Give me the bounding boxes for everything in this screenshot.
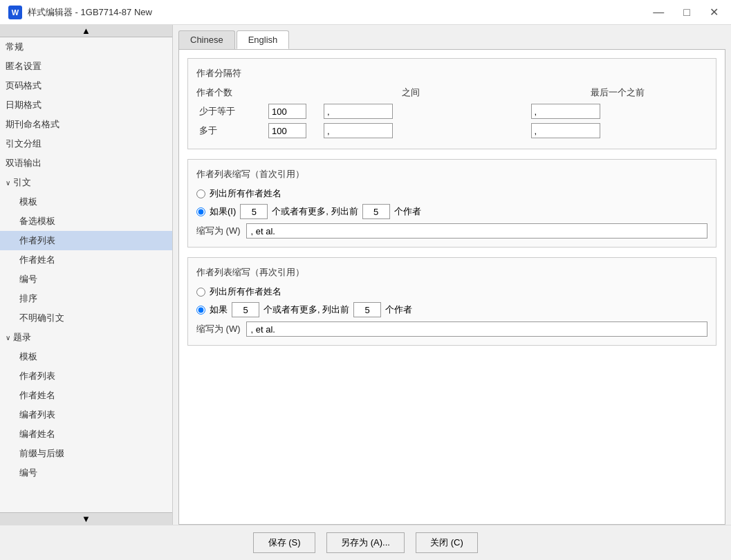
tabs-container: Chinese English (173, 25, 731, 49)
first-radio-row-2: 如果(I) 个或者有更多, 列出前 个作者 (196, 204, 707, 219)
close-dialog-button[interactable]: 关闭 (C) (416, 532, 478, 553)
tab-chinese[interactable]: Chinese (178, 30, 235, 49)
save-button[interactable]: 保存 (S) (253, 532, 315, 553)
sep-count-gt-cell (266, 121, 321, 140)
sep-label-leq: 少于等于 (196, 102, 266, 121)
sub-radio-if[interactable] (196, 306, 205, 315)
first-mid-text: 个或者有更多, 列出前 (272, 205, 358, 218)
sidebar-item-ambiguous[interactable]: 不明确引文 (0, 308, 172, 328)
sidebar-item-titleentry[interactable]: ∨题录 (0, 328, 172, 347)
first-abbrev-label: 缩写为 (W) (196, 225, 241, 237)
sidebar-item-authorlist[interactable]: 作者列表 (0, 231, 172, 250)
sidebar-scroll-down[interactable]: ▼ (0, 512, 172, 525)
sub-radio-if-label: 如果 (210, 304, 228, 316)
first-radio-row-1: 列出所有作者姓名 (196, 187, 707, 200)
sub-radio-all[interactable] (196, 288, 205, 297)
subsequent-citation-section: 作者列表缩写（再次引用） 列出所有作者姓名 如果 个或者有更多, 列出前 个作者… (187, 257, 716, 346)
first-show-input[interactable] (362, 204, 390, 219)
sidebar-item-pageformat[interactable]: 页码格式 (0, 76, 172, 95)
app-icon: W (8, 6, 22, 19)
first-abbrev-input[interactable] (246, 223, 707, 239)
sidebar-item-bilingual[interactable]: 双语输出 (0, 153, 172, 173)
author-separator-section: 作者分隔符 作者个数 之间 最后一个之前 少于等于 (187, 58, 716, 149)
separator-row-gt: 多于 (196, 121, 707, 140)
col-spacer1 (501, 86, 528, 102)
sep-between-gt-cell (321, 121, 501, 140)
author-separator-title: 作者分隔符 (196, 67, 707, 80)
maximize-button[interactable]: □ (679, 6, 694, 19)
first-abbrev-row: 缩写为 (W) (196, 223, 707, 239)
close-button[interactable]: ✕ (705, 6, 723, 19)
sep-count-leq-cell (266, 102, 321, 121)
sidebar-item-number2[interactable]: 编号 (0, 463, 172, 483)
sep-label-gt: 多于 (196, 121, 266, 140)
first-radio-all[interactable] (196, 189, 205, 198)
tab-english[interactable]: English (237, 30, 290, 49)
separator-table: 作者个数 之间 最后一个之前 少于等于 (196, 86, 707, 140)
sidebar-item-dateformat[interactable]: 日期格式 (0, 95, 172, 115)
sub-abbrev-input[interactable] (246, 321, 707, 337)
sep-spacer2 (501, 121, 528, 140)
sidebar-item-template2[interactable]: 模板 (0, 347, 172, 366)
sep-between-leq[interactable] (324, 104, 393, 119)
sidebar-item-sort[interactable]: 排序 (0, 289, 172, 308)
sidebar-item-citgroup[interactable]: 引文分组 (0, 134, 172, 153)
sidebar-item-alttemplate[interactable]: 备选模板 (0, 212, 172, 231)
main-content: ▲ 常规 匿名设置 页码格式 日期格式 期刊命名格式 引文分组 双语输出 ∨引文… (0, 25, 731, 525)
sidebar-item-prefix[interactable]: 前缀与后缀 (0, 444, 172, 463)
col-header-between: 之间 (321, 86, 501, 102)
sidebar-item-authorname2[interactable]: 作者姓名 (0, 386, 172, 405)
sidebar-scroll-up[interactable]: ▲ (0, 25, 172, 37)
bottom-bar: 保存 (S) 另存为 (A)... 关闭 (C) (0, 525, 731, 560)
right-panel: Chinese English 作者分隔符 作者个数 之间 最后一个之前 (173, 25, 731, 525)
sidebar-item-editorlist[interactable]: 编者列表 (0, 405, 172, 424)
sidebar-item-authorname[interactable]: 作者姓名 (0, 250, 172, 270)
col-header-count: 作者个数 (196, 86, 266, 102)
sub-radio-row-1: 列出所有作者姓名 (196, 286, 707, 298)
subsequent-citation-title: 作者列表缩写（再次引用） (196, 266, 707, 279)
sub-abbrev-row: 缩写为 (W) (196, 321, 707, 337)
first-end-text: 个作者 (394, 205, 421, 218)
sep-beforelast-gt-cell (528, 121, 708, 140)
sub-show-input[interactable] (353, 302, 381, 317)
sidebar-item-general[interactable]: 常规 (0, 37, 172, 57)
sidebar-item-anonymous[interactable]: 匿名设置 (0, 57, 172, 76)
sub-abbrev-label: 缩写为 (W) (196, 323, 241, 335)
title-bar: W 样式编辑器 - 1GB7714-87 New — □ ✕ (0, 0, 731, 25)
sep-count-gt[interactable] (268, 123, 306, 138)
first-radio-all-label: 列出所有作者姓名 (210, 187, 281, 200)
first-radio-if-label: 如果(I) (210, 205, 236, 218)
sub-radio-all-label: 列出所有作者姓名 (210, 286, 281, 298)
minimize-button[interactable]: — (649, 6, 668, 19)
sep-beforelast-gt[interactable] (531, 123, 600, 138)
sidebar-item-journalformat[interactable]: 期刊命名格式 (0, 115, 172, 134)
sidebar-item-template[interactable]: 模板 (0, 192, 172, 212)
sep-beforelast-leq-cell (528, 102, 708, 121)
sidebar-item-authorlist2[interactable]: 作者列表 (0, 366, 172, 386)
title-bar-left: W 样式编辑器 - 1GB7714-87 New (8, 6, 152, 19)
first-radio-if[interactable] (196, 207, 205, 216)
sub-count-input[interactable] (232, 302, 259, 317)
sub-end-text: 个作者 (385, 304, 412, 316)
sep-between-leq-cell (321, 102, 501, 121)
window-controls: — □ ✕ (649, 6, 723, 19)
sidebar-item-citation[interactable]: ∨引文 (0, 173, 172, 192)
separator-row-leq: 少于等于 (196, 102, 707, 121)
first-citation-title: 作者列表缩写（首次引用） (196, 168, 707, 180)
sep-between-gt[interactable] (324, 123, 393, 138)
save-as-button[interactable]: 另存为 (A)... (326, 532, 405, 553)
sidebar-item-number[interactable]: 编号 (0, 270, 172, 289)
sep-spacer1 (501, 102, 528, 121)
tab-content-english: 作者分隔符 作者个数 之间 最后一个之前 少于等于 (178, 49, 725, 525)
sidebar-item-editorname[interactable]: 编者姓名 (0, 424, 172, 444)
first-count-input[interactable] (240, 204, 268, 219)
window-title: 样式编辑器 - 1GB7714-87 New (28, 6, 152, 19)
sub-radio-row-2: 如果 个或者有更多, 列出前 个作者 (196, 302, 707, 317)
sidebar-items: 常规 匿名设置 页码格式 日期格式 期刊命名格式 引文分组 双语输出 ∨引文 模… (0, 37, 172, 512)
first-citation-section: 作者列表缩写（首次引用） 列出所有作者姓名 如果(I) 个或者有更多, 列出前 … (187, 159, 716, 248)
sidebar: ▲ 常规 匿名设置 页码格式 日期格式 期刊命名格式 引文分组 双语输出 ∨引文… (0, 25, 173, 525)
sep-count-leq[interactable] (268, 104, 306, 119)
col-header-beforelast: 最后一个之前 (528, 86, 708, 102)
sep-beforelast-leq[interactable] (531, 104, 600, 119)
col-header-count-val (266, 86, 321, 102)
